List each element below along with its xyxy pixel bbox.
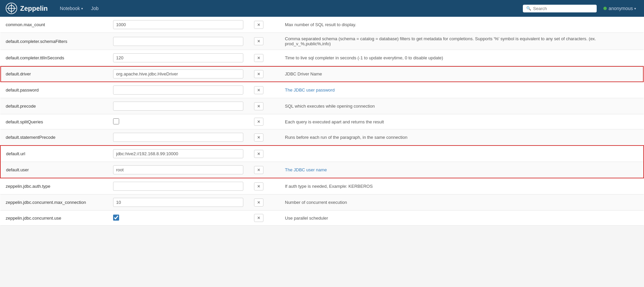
config-value-cell xyxy=(108,17,249,33)
gap-cell xyxy=(269,146,280,162)
config-value-cell xyxy=(108,114,249,129)
gap-cell xyxy=(269,50,280,66)
config-name-cell: default.completer.schemaFilters xyxy=(0,33,108,50)
config-action-cell: ✕ xyxy=(249,98,269,114)
clear-button[interactable]: ✕ xyxy=(254,21,263,29)
table-row: zeppelin.jdbc.auth.type✕If auth type is … xyxy=(0,178,644,194)
clear-button[interactable]: ✕ xyxy=(254,198,263,207)
config-desc-cell: JDBC Driver Name xyxy=(280,66,644,82)
clear-button[interactable]: ✕ xyxy=(254,37,263,45)
config-value-cell xyxy=(108,98,249,114)
search-icon: 🔍 xyxy=(526,6,531,11)
config-desc-cell: If auth type is needed, Example: KERBERO… xyxy=(280,178,644,194)
gap-cell xyxy=(269,114,280,129)
clear-button[interactable]: ✕ xyxy=(254,150,263,158)
config-text-input[interactable] xyxy=(113,149,243,158)
brand-name: Zeppelin xyxy=(20,5,48,12)
config-text-input[interactable] xyxy=(113,198,243,207)
table-row: common.max_count✕Max number of SQL resul… xyxy=(0,17,644,33)
config-text-input[interactable] xyxy=(113,102,243,111)
table-row: default.completer.schemaFilters✕Comma se… xyxy=(0,33,644,50)
config-table: common.max_count✕Max number of SQL resul… xyxy=(0,17,644,226)
clear-button[interactable]: ✕ xyxy=(254,70,263,78)
config-desc-cell: Runs before each run of the paragraph, i… xyxy=(280,129,644,146)
search-box: 🔍 xyxy=(523,5,597,12)
config-action-cell: ✕ xyxy=(249,82,269,98)
gap-cell xyxy=(269,98,280,114)
config-text-input[interactable] xyxy=(113,182,243,191)
table-row: default.password✕The JDBC user password xyxy=(0,82,644,98)
user-caret-icon: ▾ xyxy=(634,7,636,10)
config-text-input[interactable] xyxy=(113,20,243,29)
user-online-indicator xyxy=(603,7,607,10)
config-value-cell xyxy=(108,178,249,194)
navbar: Zeppelin Notebook ▾ Job 🔍 anonymous ▾ xyxy=(0,0,644,17)
config-checkbox-input[interactable] xyxy=(113,118,119,124)
nav-notebook[interactable]: Notebook ▾ xyxy=(56,0,87,17)
clear-button[interactable]: ✕ xyxy=(254,133,263,141)
table-row: zeppelin.jdbc.concurrent.use✕Use paralle… xyxy=(0,211,644,226)
config-value-cell xyxy=(108,82,249,98)
gap-cell xyxy=(269,178,280,194)
config-name-cell: default.statementPrecode xyxy=(0,129,108,146)
config-text-input[interactable] xyxy=(113,69,243,78)
config-action-cell: ✕ xyxy=(249,178,269,194)
config-text-input[interactable] xyxy=(113,85,243,95)
config-name-cell: default.password xyxy=(0,82,108,98)
config-action-cell: ✕ xyxy=(249,194,269,211)
config-desc-cell xyxy=(280,146,644,162)
config-desc-cell: Max number of SQL result to display. xyxy=(280,17,644,33)
config-action-cell: ✕ xyxy=(249,146,269,162)
clear-button[interactable]: ✕ xyxy=(254,214,263,222)
clear-button[interactable]: ✕ xyxy=(254,182,263,190)
config-action-cell: ✕ xyxy=(249,114,269,129)
config-text-input[interactable] xyxy=(113,53,243,62)
brand-logo[interactable]: Zeppelin xyxy=(5,2,48,14)
config-checkbox-input[interactable] xyxy=(113,215,119,221)
gap-cell xyxy=(269,66,280,82)
search-input[interactable] xyxy=(533,6,593,11)
config-name-cell: zeppelin.jdbc.concurrent.use xyxy=(0,211,108,226)
user-label: anonymous xyxy=(609,6,633,11)
nav-right: 🔍 anonymous ▾ xyxy=(523,5,639,12)
config-name-cell: default.precode xyxy=(0,98,108,114)
config-text-input[interactable] xyxy=(113,37,243,46)
table-row: default.precode✕SQL which executes while… xyxy=(0,98,644,114)
config-action-cell: ✕ xyxy=(249,129,269,146)
clear-button[interactable]: ✕ xyxy=(254,118,263,126)
config-text-input[interactable] xyxy=(113,133,243,142)
config-value-cell xyxy=(108,129,249,146)
config-action-cell: ✕ xyxy=(249,33,269,50)
gap-cell xyxy=(269,211,280,226)
config-name-cell: zeppelin.jdbc.concurrent.max_connection xyxy=(0,194,108,211)
zeppelin-logo-icon xyxy=(5,2,17,14)
table-row: zeppelin.jdbc.concurrent.max_connection✕… xyxy=(0,194,644,211)
config-desc-cell: The JDBC user name xyxy=(280,162,644,178)
table-row: default.completer.ttlInSeconds✕Time to l… xyxy=(0,50,644,66)
clear-button[interactable]: ✕ xyxy=(254,166,263,174)
config-action-cell: ✕ xyxy=(249,17,269,33)
config-value-cell xyxy=(108,162,249,178)
table-row: default.url✕ xyxy=(0,146,644,162)
config-name-cell: default.driver xyxy=(0,66,108,82)
config-desc-cell: Each query is executed apart and returns… xyxy=(280,114,644,129)
gap-cell xyxy=(269,162,280,178)
main-content: common.max_count✕Max number of SQL resul… xyxy=(0,17,644,226)
config-desc-cell: The JDBC user password xyxy=(280,82,644,98)
notebook-caret-icon: ▾ xyxy=(81,7,83,10)
table-row: default.user✕The JDBC user name xyxy=(0,162,644,178)
clear-button[interactable]: ✕ xyxy=(254,54,263,62)
user-menu[interactable]: anonymous ▾ xyxy=(601,6,639,11)
config-action-cell: ✕ xyxy=(249,66,269,82)
table-row: default.driver✕JDBC Driver Name xyxy=(0,66,644,82)
config-text-input[interactable] xyxy=(113,165,243,174)
config-name-cell: default.user xyxy=(0,162,108,178)
table-row: default.statementPrecode✕Runs before eac… xyxy=(0,129,644,146)
nav-job[interactable]: Job xyxy=(87,0,103,17)
clear-button[interactable]: ✕ xyxy=(254,86,263,94)
config-name-cell: default.url xyxy=(0,146,108,162)
config-value-cell xyxy=(108,194,249,211)
gap-cell xyxy=(269,17,280,33)
clear-button[interactable]: ✕ xyxy=(254,102,263,110)
config-desc-cell: Number of concurrent execution xyxy=(280,194,644,211)
